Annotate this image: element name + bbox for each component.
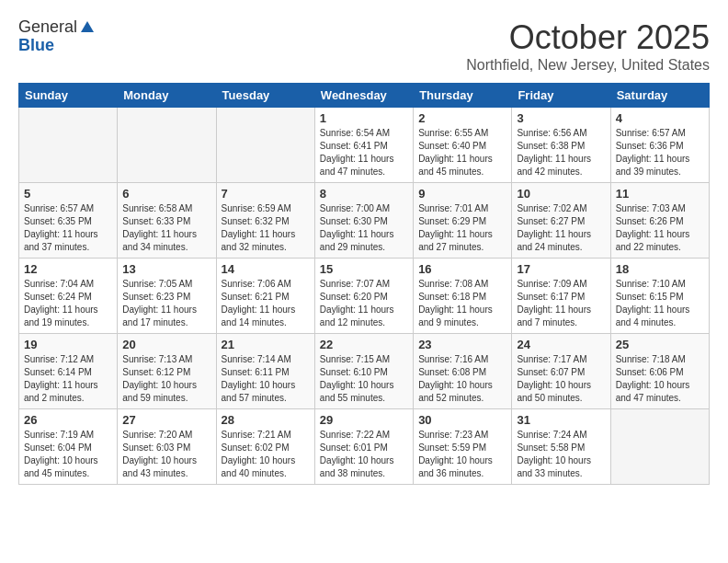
logo: General Blue <box>18 18 96 55</box>
day-number: 15 <box>320 262 408 276</box>
table-row: 3Sunrise: 6:56 AM Sunset: 6:38 PM Daylig… <box>512 108 610 183</box>
header: General Blue October 2025 Northfield, Ne… <box>18 18 710 74</box>
day-number: 12 <box>24 262 112 276</box>
day-info: Sunrise: 7:17 AM Sunset: 6:07 PM Dayligh… <box>517 353 605 405</box>
table-row: 26Sunrise: 7:19 AM Sunset: 6:04 PM Dayli… <box>19 409 118 485</box>
day-number: 25 <box>616 338 704 351</box>
day-info: Sunrise: 6:56 AM Sunset: 6:38 PM Dayligh… <box>517 127 605 178</box>
day-info: Sunrise: 7:24 AM Sunset: 5:58 PM Dayligh… <box>517 429 605 480</box>
day-number: 4 <box>616 111 704 125</box>
day-number: 21 <box>222 338 310 351</box>
title-block: October 2025 Northfield, New Jersey, Uni… <box>466 18 710 74</box>
day-number: 3 <box>517 111 605 125</box>
logo-general-text: General <box>18 18 77 37</box>
col-saturday: Saturday <box>610 84 709 108</box>
day-number: 29 <box>320 413 408 427</box>
day-number: 17 <box>517 262 605 276</box>
day-number: 6 <box>122 187 210 201</box>
day-number: 22 <box>320 338 408 351</box>
logo-icon <box>79 19 96 36</box>
day-info: Sunrise: 7:03 AM Sunset: 6:26 PM Dayligh… <box>616 202 704 254</box>
day-info: Sunrise: 7:09 AM Sunset: 6:17 PM Dayligh… <box>517 278 605 329</box>
day-info: Sunrise: 6:55 AM Sunset: 6:40 PM Dayligh… <box>418 127 506 178</box>
table-row: 9Sunrise: 7:01 AM Sunset: 6:29 PM Daylig… <box>414 183 512 259</box>
table-row <box>118 108 216 183</box>
day-info: Sunrise: 7:00 AM Sunset: 6:30 PM Dayligh… <box>320 202 408 254</box>
day-info: Sunrise: 7:22 AM Sunset: 6:01 PM Dayligh… <box>320 429 408 480</box>
table-row: 18Sunrise: 7:10 AM Sunset: 6:15 PM Dayli… <box>610 259 709 334</box>
day-info: Sunrise: 7:12 AM Sunset: 6:14 PM Dayligh… <box>24 353 112 405</box>
day-number: 18 <box>616 262 704 276</box>
day-info: Sunrise: 7:06 AM Sunset: 6:21 PM Dayligh… <box>222 278 310 329</box>
table-row: 13Sunrise: 7:05 AM Sunset: 6:23 PM Dayli… <box>118 259 216 334</box>
table-row: 6Sunrise: 6:58 AM Sunset: 6:33 PM Daylig… <box>118 183 216 259</box>
calendar-week-row: 26Sunrise: 7:19 AM Sunset: 6:04 PM Dayli… <box>19 409 710 485</box>
logo-line1: General <box>18 18 96 37</box>
day-info: Sunrise: 7:15 AM Sunset: 6:10 PM Dayligh… <box>320 353 408 405</box>
table-row: 8Sunrise: 7:00 AM Sunset: 6:30 PM Daylig… <box>314 183 413 259</box>
table-row: 1Sunrise: 6:54 AM Sunset: 6:41 PM Daylig… <box>314 108 413 183</box>
table-row: 4Sunrise: 6:57 AM Sunset: 6:36 PM Daylig… <box>610 108 709 183</box>
col-sunday: Sunday <box>19 84 118 108</box>
table-row: 30Sunrise: 7:23 AM Sunset: 5:59 PM Dayli… <box>414 409 512 485</box>
logo-line2: Blue <box>18 37 54 55</box>
table-row: 23Sunrise: 7:16 AM Sunset: 6:08 PM Dayli… <box>414 334 512 409</box>
day-number: 1 <box>320 111 408 125</box>
day-info: Sunrise: 6:54 AM Sunset: 6:41 PM Dayligh… <box>320 127 408 178</box>
svg-marker-0 <box>81 21 94 32</box>
day-info: Sunrise: 7:10 AM Sunset: 6:15 PM Dayligh… <box>616 278 704 329</box>
day-number: 8 <box>320 187 408 201</box>
table-row: 29Sunrise: 7:22 AM Sunset: 6:01 PM Dayli… <box>314 409 413 485</box>
day-number: 30 <box>418 413 506 427</box>
table-row <box>610 409 709 485</box>
day-info: Sunrise: 7:14 AM Sunset: 6:11 PM Dayligh… <box>222 353 310 405</box>
day-number: 11 <box>616 187 704 201</box>
col-friday: Friday <box>512 84 610 108</box>
day-info: Sunrise: 7:16 AM Sunset: 6:08 PM Dayligh… <box>418 353 506 405</box>
day-number: 2 <box>418 111 506 125</box>
col-wednesday: Wednesday <box>314 84 413 108</box>
day-info: Sunrise: 7:18 AM Sunset: 6:06 PM Dayligh… <box>616 353 704 405</box>
day-info: Sunrise: 7:20 AM Sunset: 6:03 PM Dayligh… <box>122 429 210 480</box>
table-row: 20Sunrise: 7:13 AM Sunset: 6:12 PM Dayli… <box>118 334 216 409</box>
day-number: 19 <box>24 338 112 351</box>
table-row: 24Sunrise: 7:17 AM Sunset: 6:07 PM Dayli… <box>512 334 610 409</box>
table-row: 5Sunrise: 6:57 AM Sunset: 6:35 PM Daylig… <box>19 183 118 259</box>
day-number: 23 <box>418 338 506 351</box>
calendar-week-row: 12Sunrise: 7:04 AM Sunset: 6:24 PM Dayli… <box>19 259 710 334</box>
table-row: 25Sunrise: 7:18 AM Sunset: 6:06 PM Dayli… <box>610 334 709 409</box>
col-thursday: Thursday <box>414 84 512 108</box>
table-row: 22Sunrise: 7:15 AM Sunset: 6:10 PM Dayli… <box>314 334 413 409</box>
table-row <box>19 108 118 183</box>
col-tuesday: Tuesday <box>216 84 314 108</box>
day-number: 31 <box>517 413 605 427</box>
day-info: Sunrise: 7:05 AM Sunset: 6:23 PM Dayligh… <box>122 278 210 329</box>
month-title: October 2025 <box>466 18 710 57</box>
day-number: 5 <box>24 187 112 201</box>
table-row: 10Sunrise: 7:02 AM Sunset: 6:27 PM Dayli… <box>512 183 610 259</box>
table-row: 7Sunrise: 6:59 AM Sunset: 6:32 PM Daylig… <box>216 183 314 259</box>
page: General Blue October 2025 Northfield, Ne… <box>0 0 728 494</box>
day-info: Sunrise: 7:21 AM Sunset: 6:02 PM Dayligh… <box>222 429 310 480</box>
day-info: Sunrise: 7:19 AM Sunset: 6:04 PM Dayligh… <box>24 429 112 480</box>
day-info: Sunrise: 7:07 AM Sunset: 6:20 PM Dayligh… <box>320 278 408 329</box>
day-info: Sunrise: 7:01 AM Sunset: 6:29 PM Dayligh… <box>418 202 506 254</box>
calendar-week-row: 1Sunrise: 6:54 AM Sunset: 6:41 PM Daylig… <box>19 108 710 183</box>
day-info: Sunrise: 6:57 AM Sunset: 6:35 PM Dayligh… <box>24 202 112 254</box>
day-info: Sunrise: 7:23 AM Sunset: 5:59 PM Dayligh… <box>418 429 506 480</box>
day-number: 7 <box>222 187 310 201</box>
day-info: Sunrise: 6:59 AM Sunset: 6:32 PM Dayligh… <box>222 202 310 254</box>
table-row: 28Sunrise: 7:21 AM Sunset: 6:02 PM Dayli… <box>216 409 314 485</box>
day-info: Sunrise: 7:08 AM Sunset: 6:18 PM Dayligh… <box>418 278 506 329</box>
day-number: 9 <box>418 187 506 201</box>
table-row: 19Sunrise: 7:12 AM Sunset: 6:14 PM Dayli… <box>19 334 118 409</box>
calendar-table: Sunday Monday Tuesday Wednesday Thursday… <box>18 83 710 485</box>
calendar-header-row: Sunday Monday Tuesday Wednesday Thursday… <box>19 84 710 108</box>
table-row: 15Sunrise: 7:07 AM Sunset: 6:20 PM Dayli… <box>314 259 413 334</box>
day-number: 27 <box>122 413 210 427</box>
col-monday: Monday <box>118 84 216 108</box>
table-row: 27Sunrise: 7:20 AM Sunset: 6:03 PM Dayli… <box>118 409 216 485</box>
table-row: 17Sunrise: 7:09 AM Sunset: 6:17 PM Dayli… <box>512 259 610 334</box>
table-row: 2Sunrise: 6:55 AM Sunset: 6:40 PM Daylig… <box>414 108 512 183</box>
table-row: 12Sunrise: 7:04 AM Sunset: 6:24 PM Dayli… <box>19 259 118 334</box>
